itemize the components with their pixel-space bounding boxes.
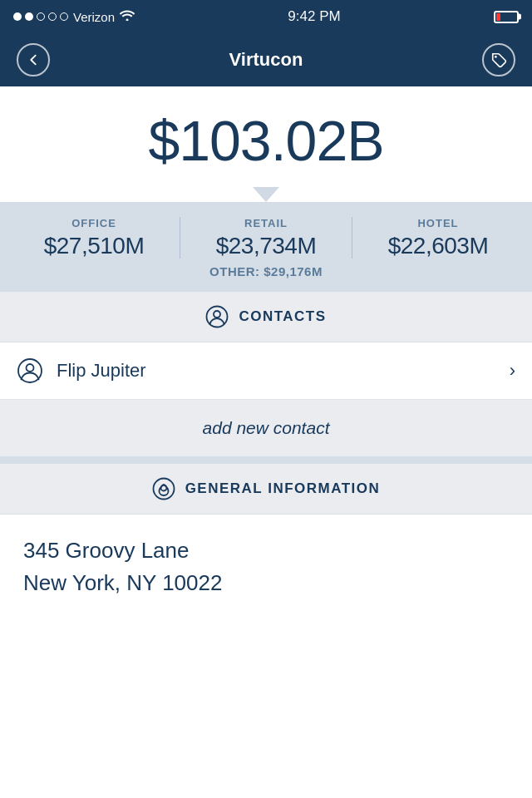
other-row: OTHER: $29,176M xyxy=(8,264,524,279)
stat-hotel-label: HOTEL xyxy=(352,217,524,229)
signal-dot-5 xyxy=(60,12,68,21)
svg-point-0 xyxy=(495,56,497,58)
signal-dot-1 xyxy=(13,12,22,21)
stats-row: OFFICE $27,510M RETAIL $23,734M HOTEL $2… xyxy=(8,217,524,259)
nav-bar: Virtucon xyxy=(0,33,532,86)
status-right xyxy=(494,11,519,23)
add-contact-text: add new contact xyxy=(203,418,330,437)
main-value: $103.02B xyxy=(17,110,515,172)
status-bar: Verizon 9:42 PM xyxy=(0,0,532,33)
contacts-section-header: CONTACTS xyxy=(0,291,532,342)
stat-hotel-value: $22,603M xyxy=(352,233,524,259)
stat-retail-label: RETAIL xyxy=(180,217,352,229)
main-value-section: $103.02B xyxy=(0,86,532,180)
location-icon xyxy=(152,477,175,500)
svg-point-2 xyxy=(214,311,220,318)
contacts-icon xyxy=(205,305,229,328)
tag-button[interactable] xyxy=(482,43,515,76)
battery-icon xyxy=(494,11,519,23)
triangle-indicator xyxy=(0,187,532,202)
stat-retail-value: $23,734M xyxy=(180,233,352,259)
contacts-header-text: CONTACTS xyxy=(239,308,326,325)
general-info-header-text: GENERAL INFORMATION xyxy=(185,480,381,497)
signal-dots xyxy=(13,12,68,21)
stats-section: OFFICE $27,510M RETAIL $23,734M HOTEL $2… xyxy=(0,202,532,291)
svg-point-4 xyxy=(27,364,34,372)
stat-office-label: OFFICE xyxy=(8,217,180,229)
other-value: OTHER: $29,176M xyxy=(209,264,323,278)
stat-office: OFFICE $27,510M xyxy=(8,217,180,259)
address-text: 345 Groovy LaneNew York, NY 10022 xyxy=(23,534,509,599)
contact-name-flip-jupiter: Flip Jupiter xyxy=(57,360,496,382)
signal-dot-4 xyxy=(48,12,57,21)
wifi-icon xyxy=(120,9,135,24)
contact-row-flip-jupiter[interactable]: Flip Jupiter › xyxy=(0,342,532,400)
time-display: 9:42 PM xyxy=(288,8,340,25)
general-info-section-header: GENERAL INFORMATION xyxy=(0,457,532,515)
stat-hotel: HOTEL $22,603M xyxy=(352,217,524,259)
battery-fill xyxy=(496,13,500,21)
signal-dot-2 xyxy=(25,12,33,21)
address-section: 345 Groovy LaneNew York, NY 10022 xyxy=(0,515,532,619)
back-button[interactable] xyxy=(17,43,50,76)
carrier-text: Verizon xyxy=(73,10,115,24)
add-contact-row[interactable]: add new contact xyxy=(0,400,532,457)
signal-dot-3 xyxy=(37,12,45,21)
chevron-right-icon: › xyxy=(510,360,515,382)
stat-office-value: $27,510M xyxy=(8,233,180,259)
stat-retail: RETAIL $23,734M xyxy=(180,217,352,259)
nav-title: Virtucon xyxy=(229,49,303,71)
contact-person-icon xyxy=(17,357,43,384)
status-left: Verizon xyxy=(13,9,135,24)
